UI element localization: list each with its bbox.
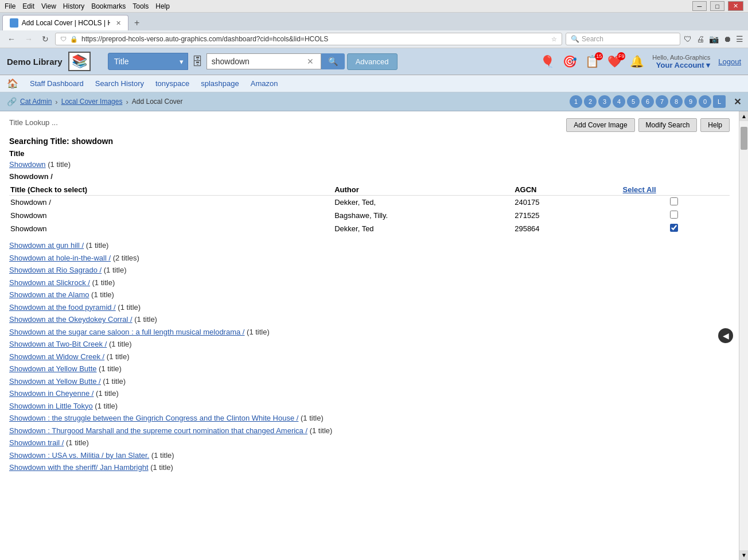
- result-link-11[interactable]: Showdown at Yellow Butte /: [9, 377, 101, 386]
- maximize-btn[interactable]: □: [710, 1, 724, 11]
- scroll-down-btn[interactable]: ▼: [739, 550, 748, 560]
- modify-search-btn[interactable]: Modify Search: [638, 118, 698, 132]
- bell-icon[interactable]: 🔔: [630, 55, 644, 68]
- result-link-5[interactable]: Showdown at the food pyramid /: [9, 303, 116, 312]
- list-item: Showdown : Thurgood Marshall and the sup…: [9, 425, 730, 437]
- menu-history[interactable]: History: [63, 2, 84, 10]
- result-link-4[interactable]: Showdown at the Alamo: [9, 290, 89, 299]
- result-link-15[interactable]: Showdown : Thurgood Marshall and the sup…: [9, 426, 307, 435]
- title-lookup-label: Title Lookup ...: [9, 118, 58, 127]
- result-link-16[interactable]: Showdown trail /: [9, 438, 64, 447]
- nav-amazon[interactable]: Amazon: [251, 79, 278, 88]
- help-btn[interactable]: Help: [700, 118, 730, 132]
- menu-file[interactable]: File: [5, 2, 15, 10]
- camera-icon[interactable]: 📷: [709, 34, 719, 44]
- new-tab-btn[interactable]: +: [130, 15, 144, 30]
- browser-search-box[interactable]: 🔍 Search: [566, 33, 680, 45]
- page-9[interactable]: 9: [684, 95, 697, 108]
- active-tab[interactable]: Add Local Cover | HCOLS | HC ✕: [2, 15, 128, 30]
- result-link-8[interactable]: Showdown at Two-Bit Creek /: [9, 340, 107, 348]
- list-icon[interactable]: 📋 15: [585, 55, 599, 68]
- close-btn[interactable]: ✕: [728, 1, 743, 11]
- result-link-3[interactable]: Showdown at Slickrock /: [9, 278, 90, 287]
- result-link-7[interactable]: Showdown at the sugar cane saloon : a fu…: [9, 328, 244, 336]
- result-link-13[interactable]: Showdown in Little Tokyo: [9, 402, 93, 410]
- nav-search-history[interactable]: Search History: [95, 79, 144, 88]
- result-link-18[interactable]: Showdown with the sheriff/ Jan Hambright: [9, 463, 149, 472]
- database-icon[interactable]: 🗄: [188, 55, 207, 68]
- target-icon[interactable]: 🎯: [563, 55, 577, 68]
- result-count-14: (1 title): [298, 414, 323, 422]
- back-btn[interactable]: ←: [5, 33, 18, 45]
- scroll-up-btn[interactable]: ▲: [739, 111, 748, 121]
- page-3[interactable]: 3: [598, 95, 611, 108]
- row-checkbox-2[interactable]: [670, 224, 678, 232]
- record-icon[interactable]: ⏺: [723, 34, 731, 44]
- result-link-2[interactable]: Showdown at Rio Sagrado /: [9, 266, 102, 274]
- result-count-10: (1 title): [97, 364, 122, 373]
- col-header-title: Title (Check to select): [9, 184, 333, 196]
- select-all-link[interactable]: Select All: [623, 185, 656, 194]
- scroll-thumb[interactable]: [741, 127, 747, 150]
- nav-staff-dashboard[interactable]: Staff Dashboard: [30, 79, 84, 88]
- result-link-6[interactable]: Showdown at the Okeydokey Corral /: [9, 315, 133, 324]
- breadcrumb-sep1: ›: [55, 98, 57, 106]
- clear-search-icon[interactable]: ✕: [307, 57, 314, 66]
- result-link-9[interactable]: Showdown at Widow Creek /: [9, 352, 104, 361]
- search-go-btn[interactable]: 🔍: [321, 53, 345, 69]
- page-L[interactable]: L: [713, 95, 726, 108]
- row-checkbox-1[interactable]: [670, 211, 678, 219]
- row-checkbox-0[interactable]: [670, 197, 678, 205]
- shield2-icon[interactable]: 🛡: [684, 34, 692, 44]
- list-badge: 15: [595, 52, 603, 60]
- print-icon[interactable]: 🖨: [696, 34, 704, 44]
- result-link-14[interactable]: Showdown : the struggle between the Ging…: [9, 414, 298, 422]
- result-count-0: (1 title): [84, 241, 108, 250]
- breadcrumb-local-cover-images[interactable]: Local Cover Images: [61, 98, 123, 106]
- page-6[interactable]: 6: [641, 95, 654, 108]
- page-5[interactable]: 5: [627, 95, 640, 108]
- page-4[interactable]: 4: [613, 95, 625, 108]
- menu-edit[interactable]: Edit: [22, 2, 34, 10]
- result-link-1[interactable]: Showdown at hole-in-the-wall /: [9, 254, 111, 262]
- collapse-panel-btn[interactable]: ◀: [718, 328, 733, 343]
- advanced-btn[interactable]: Advanced: [347, 53, 398, 70]
- table-row: ShowdownBagshawe, Tilly.271525: [9, 209, 730, 222]
- logout-link[interactable]: Logout: [718, 57, 741, 66]
- showdown-link[interactable]: Showdown: [9, 160, 46, 169]
- page-7[interactable]: 7: [656, 95, 668, 108]
- cell-checkbox: [622, 196, 730, 209]
- nav-splashpage[interactable]: splashpage: [201, 79, 239, 88]
- menu-view[interactable]: View: [41, 2, 56, 10]
- list-item: Showdown : the struggle between the Ging…: [9, 413, 730, 424]
- page-8[interactable]: 8: [670, 95, 683, 108]
- search-type-select[interactable]: Title Author Subject: [108, 53, 188, 70]
- menu-bookmarks[interactable]: Bookmarks: [91, 2, 126, 10]
- menu-icon[interactable]: ☰: [736, 34, 743, 44]
- forward-btn[interactable]: →: [22, 33, 36, 45]
- page-1[interactable]: 1: [570, 95, 582, 108]
- page-0[interactable]: 0: [699, 95, 711, 108]
- star-icon[interactable]: ☆: [551, 36, 557, 43]
- section-title-label: Title: [9, 149, 730, 158]
- result-link-12[interactable]: Showdown in Cheyenne /: [9, 389, 94, 398]
- tab-close-icon[interactable]: ✕: [116, 20, 121, 27]
- add-cover-image-btn[interactable]: Add Cover Image: [566, 118, 634, 132]
- minimize-btn[interactable]: ─: [692, 1, 707, 11]
- result-link-17[interactable]: Showdown : USA vs. Militia / by Ian Slat…: [9, 451, 149, 460]
- balloon-icon[interactable]: 🎈: [540, 55, 555, 68]
- heart-icon[interactable]: ❤️ F9: [607, 55, 622, 68]
- result-count-18: (1 title): [149, 463, 173, 472]
- refresh-btn[interactable]: ↻: [39, 33, 52, 45]
- home-icon[interactable]: 🏠: [7, 78, 18, 89]
- close-breadcrumb-btn[interactable]: ✕: [734, 96, 741, 107]
- account-link[interactable]: Your Account ▾: [652, 61, 710, 69]
- result-link-0[interactable]: Showdown at gun hill /: [9, 241, 84, 250]
- menu-help[interactable]: Help: [155, 2, 170, 10]
- breadcrumb-cat-admin[interactable]: Cat Admin: [20, 98, 52, 106]
- page-2[interactable]: 2: [584, 95, 597, 108]
- list-item: Showdown at the Alamo (1 title): [9, 289, 730, 301]
- result-link-10[interactable]: Showdown at Yellow Butte: [9, 364, 97, 373]
- menu-tools[interactable]: Tools: [133, 2, 149, 10]
- nav-tonyspace[interactable]: tonyspace: [155, 79, 189, 88]
